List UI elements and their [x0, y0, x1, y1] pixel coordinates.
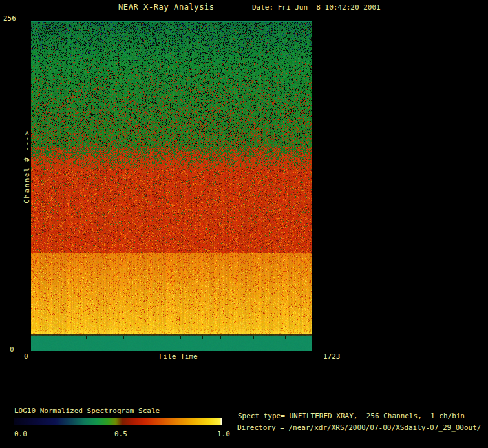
x-axis-min-label: 0 — [24, 353, 28, 361]
x-axis-title: File Time — [159, 353, 198, 361]
colorbar-gradient — [14, 418, 222, 425]
directory-label: Directory = /near/xdr/XRS/2000/07-00/XSd… — [237, 424, 482, 432]
colorbar-title: LOG10 Normalized Spectrogram Scale — [14, 407, 160, 415]
y-axis-title: Channel # ---> — [23, 130, 31, 204]
colorbar-min-label: 0.0 — [14, 431, 27, 438]
y-axis-min-label: 0 — [10, 346, 14, 354]
page-title: NEAR X-Ray Analysis — [118, 3, 215, 12]
spect-type-label: Spect type= UNFILTERED XRAY, 256 Channel… — [238, 412, 465, 420]
colorbar-mid-label: 0.5 — [114, 431, 127, 438]
date-label: Date: Fri Jun 8 10:42:20 2001 — [252, 4, 381, 12]
x-axis-max-label: 1723 — [323, 353, 341, 361]
spectrogram-canvas — [31, 21, 312, 351]
colorbar-max-label: 1.0 — [217, 431, 230, 438]
y-axis-max-label: 256 — [3, 15, 16, 23]
